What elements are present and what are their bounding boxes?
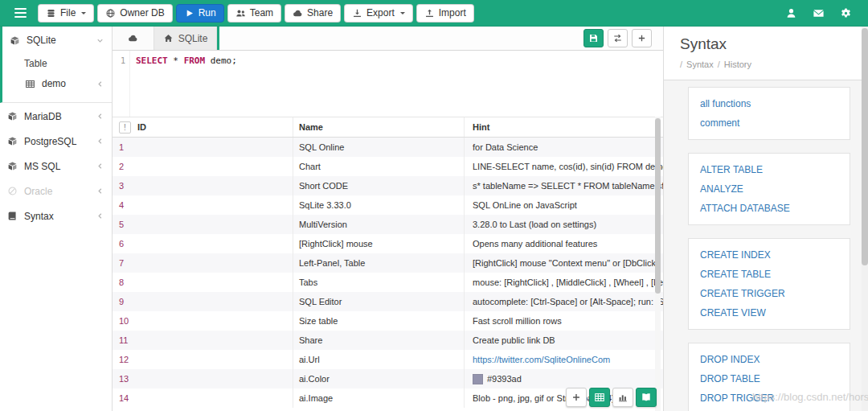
panel-scrollbar[interactable] (862, 27, 868, 411)
results-scrollbar-thumb[interactable] (655, 118, 661, 294)
globe-icon (105, 8, 116, 18)
table-row[interactable]: 3Short CODEs* tableName => SELECT * FROM… (113, 176, 663, 195)
sidebar-item-demo-table[interactable]: demo (2, 72, 112, 96)
save-button[interactable] (583, 29, 604, 47)
owner-db-button-label: Owner DB (120, 7, 164, 18)
toolbar-right-icons (785, 7, 860, 19)
row-id-cell: 7 (113, 253, 293, 273)
export-button[interactable]: Export (344, 4, 413, 23)
create-trigger-link[interactable]: CREATE TRIGGER (689, 284, 850, 303)
user-icon[interactable] (785, 7, 797, 19)
team-button[interactable]: Team (227, 4, 281, 23)
table-row[interactable]: 1SQL Onlinefor Data Science (113, 138, 663, 157)
main-area: SQLite 1 SELECT * FROM demo; ! ID Name H… (113, 27, 663, 411)
syntax-group: ALTER TABLEANALYZEATTACH DATABASE (688, 153, 850, 225)
drop-trigger-link[interactable]: DROP TRIGGER (689, 388, 850, 408)
chevron-left-icon (96, 112, 104, 121)
gear-icon[interactable] (840, 7, 852, 19)
row-hint-cell[interactable]: https://twitter.com/SqliteOnlineCom (465, 350, 663, 369)
reload-button[interactable] (608, 29, 628, 47)
panel-scrollbar-thumb[interactable] (862, 28, 868, 265)
top-toolbar: FileOwner DBRunTeamShareExportImport (0, 0, 868, 27)
drop-index-link[interactable]: DROP INDEX (689, 350, 850, 369)
table-row[interactable]: 6[RightClick] mouseOpens many additional… (113, 234, 663, 253)
attach-database-link[interactable]: ATTACH DATABASE (689, 199, 850, 218)
row-name-cell: Share (293, 331, 465, 350)
column-header-id[interactable]: ! ID (113, 117, 293, 137)
grid-view-button[interactable] (589, 388, 610, 407)
table-row[interactable]: 9SQL Editorautocomplete: [Ctrl-Space] or… (113, 292, 663, 311)
row-hint-text: 3.28.0 to Last (load on settings) (473, 220, 596, 229)
row-id-cell: 3 (113, 176, 293, 195)
book-open-icon (641, 392, 652, 403)
table-row[interactable]: 5MultiVersion3.28.0 to Last (load on set… (113, 215, 663, 234)
sidebar-item-postgresql[interactable]: PostgreSQL (0, 129, 112, 154)
chart-view-button[interactable] (612, 388, 633, 407)
chevron-left-icon (96, 162, 104, 171)
results-scrollbar[interactable] (655, 117, 661, 411)
sidebar-group-sqlite: SQLite Table demo (0, 27, 112, 103)
all-functions-link[interactable]: all functions (689, 94, 850, 113)
row-name-cell: ai.Image (293, 388, 465, 408)
breadcrumb-syntax[interactable]: Syntax (686, 60, 714, 69)
comment-link[interactable]: comment (689, 113, 850, 133)
create-view-link[interactable]: CREATE VIEW (689, 303, 850, 323)
drop-view-link[interactable]: DROP VIEW (689, 408, 850, 411)
upload-icon (424, 8, 435, 18)
menu-icon[interactable] (14, 8, 27, 18)
run-button-label: Run (199, 7, 216, 18)
sql-text: * (168, 55, 184, 66)
create-index-link[interactable]: CREATE INDEX (689, 245, 850, 265)
row-id-cell: 13 (113, 369, 293, 388)
database-icon (7, 111, 18, 121)
table-row[interactable]: 13ai.Color#9393ad (113, 369, 663, 388)
row-id-cell: 10 (113, 311, 293, 331)
syntax-group: DROP INDEXDROP TABLEDROP TRIGGERDROP VIE… (688, 343, 850, 411)
cloud-icon (128, 33, 138, 43)
owner-db-button[interactable]: Owner DB (97, 4, 172, 23)
share-button[interactable]: Share (285, 4, 341, 23)
add-tab-button[interactable] (632, 29, 652, 47)
tab-sqlite[interactable]: SQLite (154, 27, 217, 50)
table-row[interactable]: 7Left-Panel, Table[RightClick] mouse "Co… (113, 253, 663, 273)
sidebar-item-ms-sql[interactable]: MS SQL (0, 154, 112, 179)
table-row[interactable]: 8Tabsmouse: [RightClick] , [MiddleClick]… (113, 273, 663, 292)
column-header-name[interactable]: Name (293, 117, 465, 137)
sidebar-item-oracle[interactable]: Oracle (0, 179, 112, 203)
table-item-label: demo (42, 78, 66, 89)
drop-table-link[interactable]: DROP TABLE (689, 369, 850, 388)
add-button[interactable] (566, 388, 587, 407)
column-header-hint[interactable]: Hint (465, 117, 663, 137)
breadcrumb-history[interactable]: History (724, 60, 751, 69)
create-table-link[interactable]: CREATE TABLE (689, 265, 850, 284)
table-row[interactable]: 12ai.Urlhttps://twitter.com/SqliteOnline… (113, 350, 663, 369)
row-hint-cell: mouse: [RightClick] , [MiddleClick] , [W… (465, 273, 663, 292)
table-row[interactable]: 2ChartLINE-SELECT name, cos(id), sin(id)… (113, 157, 663, 176)
row-hint-text: [RightClick] mouse "Context menu" or [Db… (473, 258, 658, 268)
file-button[interactable]: File (38, 4, 94, 23)
table-row[interactable]: 4SqLite 3.33.0SQL OnLine on JavaScript (113, 195, 663, 215)
syntax-group: CREATE INDEXCREATE TABLECREATE TRIGGERCR… (688, 238, 850, 330)
sql-editor[interactable]: 1 SELECT * FROM demo; (113, 51, 663, 117)
row-name-cell: Short CODE (293, 176, 465, 195)
import-button[interactable]: Import (416, 4, 474, 23)
row-settings-icon[interactable]: ! (119, 121, 131, 134)
text-view-button[interactable] (636, 388, 657, 407)
sidebar-item-syntax[interactable]: Syntax (0, 203, 112, 228)
analyze-link[interactable]: ANALYZE (689, 179, 850, 199)
alter-table-link[interactable]: ALTER TABLE (689, 160, 850, 179)
mail-icon[interactable] (813, 7, 825, 19)
row-hint-text: autocomplete: [Ctrl-Space] or [Alt-Space… (473, 297, 663, 306)
row-hint-cell: Create public link DB (465, 331, 663, 350)
sidebar-item-sqlite[interactable]: SQLite (2, 28, 112, 52)
run-button[interactable]: Run (176, 4, 224, 23)
table-row[interactable]: 11ShareCreate public link DB (113, 331, 663, 350)
tab-cloud[interactable] (113, 27, 154, 50)
syntax-panel: Syntax / Syntax / History all functionsc… (663, 27, 868, 411)
row-name-cell: MultiVersion (293, 215, 465, 234)
active-tab-indicator (217, 27, 219, 50)
sidebar-item-mariadb[interactable]: MariaDB (0, 104, 112, 129)
table-row[interactable]: 10Size tableFast scroll million rows (113, 311, 663, 331)
breadcrumb-separator: / (718, 60, 720, 69)
row-id-cell: 11 (113, 331, 293, 350)
